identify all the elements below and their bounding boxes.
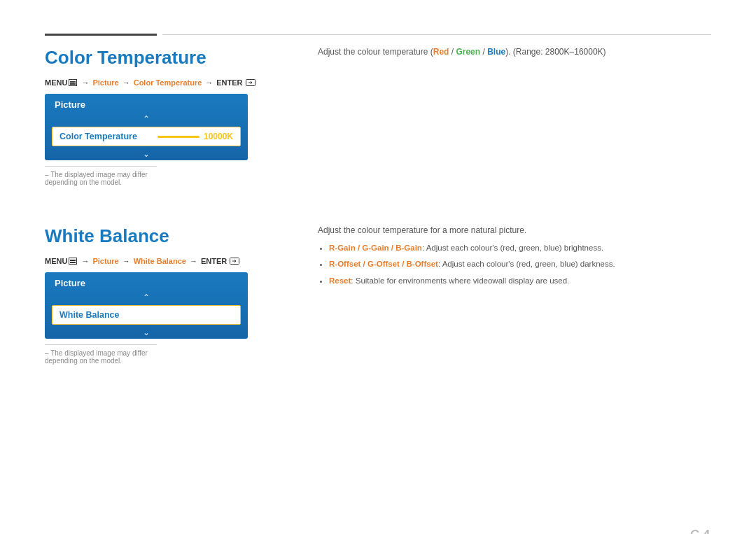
enter-icon	[246, 79, 255, 86]
color-temperature-tv-menu: Picture ⌃ Color Temperature 10000K ⌄	[45, 94, 248, 160]
tv-menu-header-ct: Picture	[45, 94, 248, 113]
tv-menu-item-wb[interactable]: White Balance	[52, 305, 241, 325]
tv-menu-chevron-up-ct: ⌃	[45, 113, 248, 125]
tv-menu-slider-ct: 10000K	[158, 132, 233, 141]
menu-item3: ENTER	[216, 78, 242, 87]
bullet-gain: R-Gain / G-Gain / B-Gain: Adjust each co…	[329, 242, 711, 254]
bullet-reset: Reset: Suitable for environments where v…	[329, 275, 711, 287]
rule-dark	[45, 34, 157, 36]
color-temperature-menu-path: MENU → Picture → Color Temperature → ENT…	[45, 78, 290, 87]
slider-track-ct	[158, 136, 200, 138]
arrow1: →	[81, 78, 89, 87]
tv-menu-chevron-down-ct: ⌄	[45, 148, 248, 160]
color-temperature-title: Color Temperature	[45, 47, 290, 69]
arrow2: →	[122, 78, 130, 87]
ct-blue: Blue	[487, 47, 505, 57]
bullet-offset: R-Offset / G-Offset / B-Offset: Adjust e…	[329, 258, 711, 270]
menu-item2-ct: Color Temperature	[134, 78, 202, 87]
white-balance-menu-path: MENU → Picture → White Balance → ENTER	[45, 257, 290, 265]
menu-icon	[69, 79, 77, 86]
top-rule	[45, 34, 711, 36]
color-temperature-disclaimer: The displayed image may differ depending…	[45, 166, 157, 186]
bullet-reset-text: : Suitable for environments where videow…	[351, 276, 569, 285]
tv-menu-item-ct[interactable]: Color Temperature 10000K	[52, 127, 241, 146]
color-temperature-left: Color Temperature MENU → Picture → Color…	[45, 47, 311, 186]
white-balance-left: White Balance MENU → Picture → White Bal…	[45, 225, 311, 365]
bullet-reset-term: Reset	[329, 276, 351, 285]
color-temperature-right: Adjust the colour temperature (Red / Gre…	[311, 47, 711, 186]
bullet-offset-term: R-Offset / G-Offset / B-Offset	[329, 260, 438, 268]
white-balance-disclaimer: The displayed image may differ depending…	[45, 344, 157, 365]
arrow2-wb: →	[122, 257, 130, 265]
bullet-gain-term: R-Gain / G-Gain / B-Gain	[329, 244, 422, 252]
white-balance-tv-menu: Picture ⌃ White Balance ⌄	[45, 272, 248, 339]
menu-icon-wb	[69, 258, 77, 265]
tv-menu-item-value-ct: 10000K	[204, 132, 233, 141]
menu-base-label-wb: MENU	[45, 257, 67, 265]
section-gap	[45, 186, 711, 214]
white-balance-title: White Balance	[45, 225, 290, 247]
tv-menu-chevron-up-wb: ⌃	[45, 291, 248, 304]
color-temperature-section: Color Temperature MENU → Picture → Color…	[45, 47, 711, 186]
tv-menu-chevron-down-wb: ⌄	[45, 326, 248, 339]
arrow3-wb: →	[190, 257, 197, 265]
color-temperature-desc: Adjust the colour temperature (Red / Gre…	[318, 47, 711, 57]
tv-menu-item-label-ct: Color Temperature	[59, 132, 137, 141]
enter-icon-wb	[230, 258, 239, 265]
rule-light	[162, 34, 711, 35]
tv-menu-header-wb: Picture	[45, 272, 248, 291]
arrow3: →	[205, 78, 213, 87]
ct-red: Red	[433, 47, 449, 57]
white-balance-bullets: R-Gain / G-Gain / B-Gain: Adjust each co…	[318, 242, 711, 287]
bullet-offset-text: : Adjust each colour's (red, green, blue…	[438, 260, 615, 268]
tv-menu-item-label-wb: White Balance	[59, 310, 119, 320]
white-balance-section: White Balance MENU → Picture → White Bal…	[45, 225, 711, 365]
page: Color Temperature MENU → Picture → Color…	[0, 34, 756, 534]
menu-item2-wb: White Balance	[134, 257, 186, 265]
bullet-gain-text: : Adjust each colour's (red, green, blue…	[422, 244, 603, 252]
white-balance-desc: Adjust the colour temperature for a more…	[318, 225, 711, 235]
white-balance-right: Adjust the colour temperature for a more…	[311, 225, 711, 365]
menu-base-label: MENU	[45, 78, 67, 87]
page-number: 64	[690, 526, 711, 534]
menu-item1: Picture	[92, 78, 118, 87]
ct-green: Green	[456, 47, 480, 57]
menu-item1-wb: Picture	[92, 257, 118, 265]
arrow1-wb: →	[81, 257, 89, 265]
menu-item3-wb: ENTER	[201, 257, 227, 265]
